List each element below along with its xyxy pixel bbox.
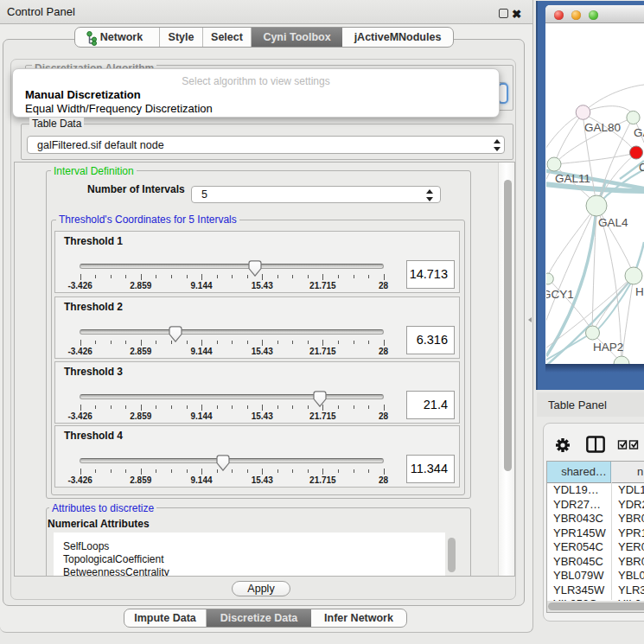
svg-text:H: H bbox=[635, 285, 644, 298]
svg-text:GAL4: GAL4 bbox=[598, 216, 628, 229]
svg-text:GAL80: GAL80 bbox=[584, 121, 621, 134]
svg-text:GAL11: GAL11 bbox=[555, 172, 590, 185]
svg-text:GCY1: GCY1 bbox=[546, 288, 574, 301]
svg-text:C: C bbox=[639, 161, 644, 174]
svg-text:GA: GA bbox=[634, 126, 644, 139]
svg-text:HAP2: HAP2 bbox=[593, 341, 623, 354]
